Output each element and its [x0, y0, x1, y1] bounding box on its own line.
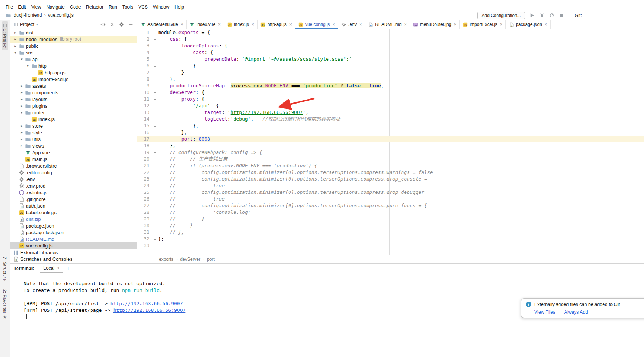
menu-item-navigate[interactable]: Navigate	[44, 4, 67, 10]
tab-package-json[interactable]: {}package.json×	[506, 20, 551, 29]
tree-item-router[interactable]: ▾router	[10, 109, 137, 116]
tab-importexcel-js[interactable]: JSimportExcel.js×	[460, 20, 506, 29]
tab-readme-md[interactable]: MREADME.md×	[365, 20, 410, 29]
tree-item-dist[interactable]: ▸dist	[10, 29, 137, 36]
fold-end-icon[interactable]	[151, 236, 158, 242]
menu-item-window[interactable]: Window	[150, 4, 172, 10]
close-tab-icon[interactable]: ×	[500, 22, 502, 27]
code-text[interactable]: target: 'http://192.168.66.56:9007',	[158, 109, 644, 116]
tree-collapsed-arrow-icon[interactable]: ▸	[19, 84, 24, 88]
tab-menurouter-jpg[interactable]: menuRouter.jpg×	[410, 20, 460, 29]
tree-item-store[interactable]: ▸store	[10, 122, 137, 129]
fold-collapse-icon[interactable]	[151, 43, 158, 49]
tree-collapsed-arrow-icon[interactable]: ▸	[13, 44, 18, 48]
code-text[interactable]: // if (process.env.NODE_ENV === 'product…	[158, 162, 644, 169]
debug-bug-icon[interactable]	[539, 12, 545, 18]
tab-asidemenu-vue[interactable]: AsideMenu.vue×	[137, 20, 187, 29]
code-text[interactable]: css: {	[158, 36, 644, 43]
menu-item-code[interactable]: Code	[67, 4, 84, 10]
tree-item-babel-config-js[interactable]: JSbabel.config.js	[10, 209, 137, 216]
menu-item-refactor[interactable]: Refactor	[84, 4, 106, 10]
tree-collapsed-arrow-icon[interactable]: ▸	[13, 31, 18, 34]
fold-end-icon[interactable]	[151, 122, 158, 129]
breadcrumb-project-name[interactable]: duoji-frontend	[14, 13, 42, 18]
menu-item-tools[interactable]: Tools	[120, 4, 136, 10]
tree-item-app-vue[interactable]: App.vue	[10, 149, 137, 156]
menu-item-view[interactable]: View	[29, 4, 44, 10]
fold-end-icon[interactable]	[151, 142, 158, 149]
tree-item-http-api-js[interactable]: JShttp-api.js	[10, 69, 137, 76]
close-tab-icon[interactable]: ×	[252, 22, 254, 27]
git-widget-label[interactable]: Git:	[575, 13, 582, 18]
terminal-tab-local[interactable]: Local ×	[40, 264, 63, 273]
gear-icon[interactable]	[119, 21, 125, 27]
project-view-dropdown-icon[interactable]: ▾	[36, 23, 38, 26]
code-text[interactable]: },	[158, 142, 644, 149]
code-text[interactable]: logLevel:'debug', //控制台终端打印代理前的真实地址	[158, 116, 644, 122]
code-text[interactable]: // ]	[158, 216, 644, 222]
tree-item-views[interactable]: ▸views	[10, 142, 137, 149]
terminal-url-link[interactable]: http://192.168.66.56:9007	[110, 301, 183, 306]
code-text[interactable]: devServer: {	[158, 89, 644, 96]
code-text[interactable]: // },	[158, 229, 644, 236]
code-text[interactable]: // config.optimization.minimizer[0].opti…	[158, 169, 644, 176]
editor-breadcrumb-exports[interactable]: exports	[159, 257, 173, 262]
hide-panel-icon[interactable]	[128, 21, 134, 27]
tree-item-assets[interactable]: ▸assets	[10, 82, 137, 89]
run-icon[interactable]	[529, 12, 535, 18]
fold-end-icon[interactable]	[151, 76, 158, 82]
locate-file-icon[interactable]	[100, 21, 106, 27]
fold-collapse-icon[interactable]	[151, 36, 158, 43]
editor-breadcrumb-devserver[interactable]: devServer	[180, 257, 200, 262]
code-text[interactable]: loaderOptions: {	[158, 43, 644, 49]
code-text[interactable]: };	[158, 236, 644, 242]
code-text[interactable]: // // 生产去除日志	[158, 156, 644, 162]
menu-item-file[interactable]: File	[3, 4, 16, 10]
code-text[interactable]: },	[158, 122, 644, 129]
menu-item-edit[interactable]: Edit	[16, 4, 29, 10]
collapse-all-icon[interactable]	[109, 21, 115, 27]
tree-expanded-arrow-icon[interactable]: ▾	[25, 64, 31, 68]
fold-collapse-icon[interactable]	[151, 29, 158, 36]
terminal-title[interactable]: Terminal:	[14, 266, 34, 271]
fold-collapse-icon[interactable]	[151, 89, 158, 96]
code-text[interactable]: module.exports = {	[158, 29, 644, 36]
notification-action-view-files[interactable]: View Files	[534, 310, 555, 315]
code-editor[interactable]: 1module.exports = {2 css: {3 loaderOptio…	[137, 29, 644, 255]
code-text[interactable]: // config.optimization.minimizer[0].opti…	[158, 189, 644, 196]
tree-collapsed-arrow-icon[interactable]: ▸	[19, 104, 24, 108]
tree-item-main-js[interactable]: JSmain.js	[10, 156, 137, 162]
code-text[interactable]: sass: {	[158, 49, 644, 56]
project-panel-title[interactable]: Project	[20, 22, 34, 27]
tree-item-eslintrc-js[interactable]: .eslintrc.js	[10, 189, 137, 196]
close-tab-icon[interactable]: ×	[359, 22, 362, 27]
tree-item-dist-zip[interactable]: Zdist.zip	[10, 216, 137, 222]
close-tab-icon[interactable]: ×	[404, 22, 407, 27]
tree-item-package-lock-json[interactable]: {}package-lock.json	[10, 229, 137, 236]
tree-expanded-arrow-icon[interactable]: ▾	[13, 51, 18, 54]
tree-collapsed-arrow-icon[interactable]: ▸	[19, 97, 24, 101]
code-text[interactable]: // 'console.log'	[158, 209, 644, 216]
tool-window-button-7-structure[interactable]: 7: Structure	[2, 255, 8, 282]
code-text[interactable]: // true	[158, 182, 644, 189]
tree-expanded-arrow-icon[interactable]: ▾	[19, 111, 24, 114]
stop-icon[interactable]	[559, 12, 565, 18]
tree-collapsed-arrow-icon[interactable]: ▸	[19, 137, 24, 141]
tree-item-env-prod[interactable]: .env.prod	[10, 182, 137, 189]
close-tab-icon[interactable]: ×	[545, 22, 547, 27]
terminal-url-link[interactable]: http://192.168.66.56:9007	[113, 307, 186, 313]
notification-action-always-add[interactable]: Always Add	[564, 310, 588, 315]
code-text[interactable]: prependData: `@import "~@/assets/scss/st…	[158, 56, 644, 63]
tab-index-js[interactable]: JSindex.js×	[224, 20, 258, 29]
code-text[interactable]: }	[158, 63, 644, 69]
new-terminal-tab-icon[interactable]: +	[67, 266, 69, 272]
tree-item-src[interactable]: ▾src	[10, 49, 137, 56]
tree-item-plugins[interactable]: ▸plugins	[10, 102, 137, 109]
close-terminal-tab-icon[interactable]: ×	[57, 266, 59, 271]
tree-expanded-arrow-icon[interactable]: ▾	[19, 57, 24, 61]
tree-item-gitignore[interactable]: .gitignore	[10, 196, 137, 202]
terminal-cursor[interactable]	[24, 314, 27, 319]
tree-collapsed-arrow-icon[interactable]: ▸	[19, 124, 24, 128]
close-tab-icon[interactable]: ×	[181, 22, 183, 27]
fold-collapse-icon[interactable]	[151, 149, 158, 156]
